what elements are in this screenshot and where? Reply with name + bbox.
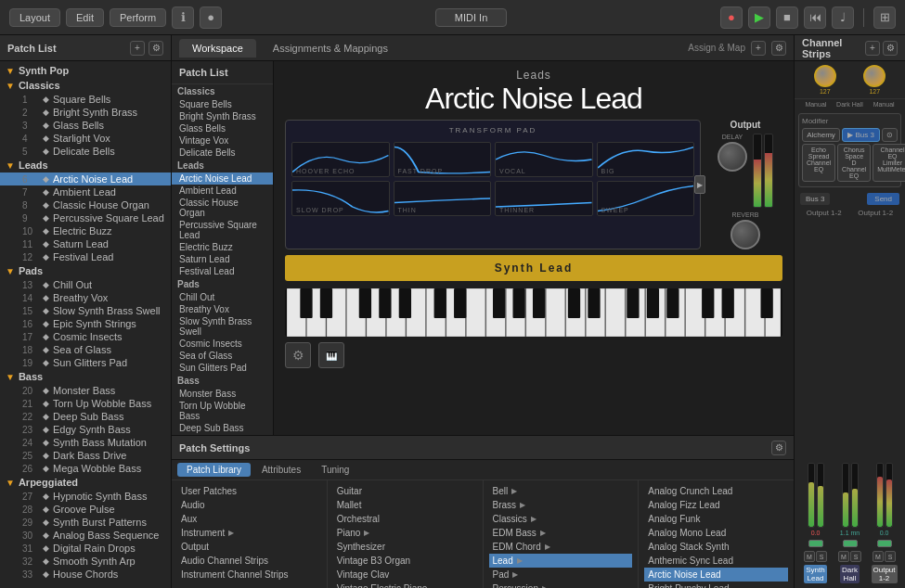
patch-item[interactable]: 30◆Analog Bass Sequence — [0, 529, 171, 542]
patch-item[interactable]: 16◆Epic Synth Strings — [0, 317, 171, 330]
edit-button[interactable]: Edit — [66, 8, 104, 27]
transform-cell-thinner[interactable]: THINNER — [495, 181, 593, 216]
folder-pads[interactable]: ▼ Pads — [0, 263, 171, 278]
settings-instrument[interactable]: Instrument ▶ — [177, 526, 321, 540]
settings-audio[interactable]: Audio — [177, 498, 321, 512]
modifier-bus3[interactable]: ▶ Bus 3 — [842, 128, 880, 142]
solo-dark[interactable]: S — [850, 551, 861, 562]
settings-synthesizer[interactable]: Synthesizer — [333, 540, 477, 554]
mute-dark[interactable]: M — [838, 551, 849, 562]
center-patch-item[interactable]: Square Bells — [172, 98, 273, 110]
settings-analog-mono[interactable]: Analog Mono Lead — [644, 526, 788, 540]
patch-item[interactable]: 4◆Starlight Vox — [0, 132, 171, 145]
info-icon[interactable]: ℹ — [172, 6, 194, 29]
tab-attributes[interactable]: Attributes — [252, 463, 310, 477]
mute-synth[interactable]: M — [804, 551, 815, 562]
delay-knob[interactable] — [718, 142, 747, 172]
transform-cell-thin[interactable]: THIN — [394, 181, 492, 216]
solo-output[interactable]: S — [885, 551, 896, 562]
tab-menu-button[interactable]: ⚙ — [771, 41, 786, 56]
folder-classics[interactable]: ▼ Classics — [0, 78, 171, 93]
settings-arctic-noise[interactable]: Arctic Noise Lead — [644, 568, 788, 582]
piano-keyboard[interactable] — [285, 288, 782, 337]
channel-menu-button[interactable]: ⚙ — [883, 41, 898, 56]
rewind-button[interactable]: ⏮ — [804, 6, 826, 29]
play-button[interactable]: ▶ — [748, 6, 770, 29]
settings-aux[interactable]: Aux — [177, 512, 321, 526]
folder-synth-pop[interactable]: ▼ Synth Pop — [0, 63, 171, 78]
center-patch-item[interactable]: Glass Bells — [172, 122, 273, 134]
tab-workspace[interactable]: Workspace — [179, 39, 256, 58]
settings-analog-crunch[interactable]: Analog Crunch Lead — [644, 484, 788, 498]
modifier-circle[interactable]: ⊙ — [882, 128, 898, 142]
midi-button[interactable]: MIDI In — [435, 8, 507, 27]
transform-cell-slow-drop[interactable]: SLOW DROP — [291, 181, 390, 216]
patch-list-menu-button[interactable]: ⚙ — [149, 41, 163, 56]
settings-analog-stack[interactable]: Analog Stack Synth — [644, 540, 788, 554]
settings-piano[interactable]: Piano ▶ — [333, 526, 477, 540]
center-patch-item[interactable]: Classic House Organ — [172, 197, 273, 219]
center-patch-item[interactable]: Torn Up Wobble Bass — [172, 400, 273, 422]
transform-cell-sweep[interactable]: SWEEP — [597, 181, 695, 216]
patch-item[interactable]: 31◆Digital Rain Drops — [0, 542, 171, 555]
center-patch-item[interactable]: Chill Out — [172, 291, 273, 303]
patch-item[interactable]: 3◆Glass Bells — [0, 119, 171, 132]
patch-settings-menu[interactable]: ⚙ — [771, 441, 786, 455]
patch-item[interactable]: 25◆Dark Bass Drive — [0, 449, 171, 462]
mute-output[interactable]: M — [873, 551, 884, 562]
patch-item[interactable]: 24◆Synth Bass Mutation — [0, 436, 171, 449]
patch-item[interactable]: 1◆Square Bells — [0, 93, 171, 106]
settings-anthemic[interactable]: Anthemic Sync Lead — [644, 554, 788, 568]
modifier-alchemy[interactable]: Alchemy — [802, 128, 840, 142]
modifier-channel-eq[interactable]: Channel EQ Limiter MultiMeter — [873, 144, 905, 182]
folder-bass[interactable]: ▼ Bass — [0, 369, 171, 384]
patch-item[interactable]: 27◆Hypnotic Synth Bass — [0, 490, 171, 503]
tab-patch-library[interactable]: Patch Library — [177, 463, 251, 477]
patch-item[interactable]: 5◆Delicate Bells — [0, 145, 171, 158]
patch-list-add-button[interactable]: + — [130, 41, 145, 56]
reverb-knob[interactable] — [730, 220, 760, 249]
settings-percussion[interactable]: Percussion ▶ — [489, 582, 633, 588]
patch-item[interactable]: 17◆Cosmic Insects — [0, 330, 171, 343]
patch-item[interactable]: 8◆Classic House Organ — [0, 198, 171, 211]
settings-analog-funk[interactable]: Analog Funk — [644, 512, 788, 526]
settings-analog-fizz[interactable]: Analog Fizz Lead — [644, 498, 788, 512]
patch-item[interactable]: 9◆Percussive Square Lead — [0, 211, 171, 224]
record-icon[interactable]: ● — [200, 6, 222, 29]
channel-knob-1[interactable] — [814, 65, 836, 87]
transform-arrow-button[interactable]: ▶ — [694, 175, 705, 194]
center-patch-item[interactable]: Sea of Glass — [172, 350, 273, 362]
transform-cell-hoover[interactable]: HOOVER ECHO — [291, 142, 390, 177]
patch-item[interactable]: 22◆Deep Sub Bass — [0, 410, 171, 423]
channel-add-button[interactable]: + — [865, 41, 880, 56]
keyboard-settings-button[interactable]: ⚙ — [285, 342, 311, 368]
settings-edm-chord[interactable]: EDM Chord ▶ — [489, 540, 633, 554]
patch-item[interactable]: 14◆Breathy Vox — [0, 291, 171, 304]
settings-pad[interactable]: Pad ▶ — [489, 568, 633, 582]
patch-item[interactable]: 32◆Smooth Synth Arp — [0, 555, 171, 568]
center-patch-item[interactable]: Delicate Bells — [172, 147, 273, 159]
center-patch-item[interactable]: Vintage Vox — [172, 134, 273, 147]
center-patch-item[interactable]: Ambient Lead — [172, 185, 273, 197]
stop-button[interactable]: ■ — [776, 6, 798, 29]
center-patch-breathy[interactable]: Breathy Vox — [172, 303, 273, 315]
transform-cell-vocal[interactable]: VOCAL — [495, 142, 593, 177]
center-patch-item[interactable]: Deep Sub Bass — [172, 422, 273, 434]
settings-bright-punchy[interactable]: Bright Punchy Lead — [644, 582, 788, 588]
settings-guitar[interactable]: Guitar — [333, 484, 477, 498]
patch-item[interactable]: 20◆Monster Bass — [0, 384, 171, 397]
patch-item[interactable]: 18◆Sea of Glass — [0, 343, 171, 356]
settings-vintage-clav[interactable]: Vintage Clav — [333, 568, 477, 582]
settings-lead[interactable]: Lead ▶ — [489, 554, 633, 568]
settings-classics[interactable]: Classics ▶ — [489, 512, 633, 526]
patch-item[interactable]: 19◆Sun Glitters Pad — [0, 356, 171, 369]
keyboard-midi-button[interactable]: 🎹 — [318, 342, 344, 368]
tab-add-button[interactable]: + — [751, 41, 766, 56]
patch-item[interactable]: 10◆Electric Buzz — [0, 224, 171, 237]
settings-orchestral[interactable]: Orchestral — [333, 512, 477, 526]
center-patch-item[interactable]: Cosmic Insects — [172, 338, 273, 350]
center-patch-item[interactable]: Percussive Square Lead — [172, 219, 273, 241]
settings-button[interactable]: ⊞ — [873, 6, 896, 29]
tab-assignments[interactable]: Assignments & Mappings — [260, 39, 401, 58]
fader-handle-dark[interactable] — [843, 540, 858, 547]
